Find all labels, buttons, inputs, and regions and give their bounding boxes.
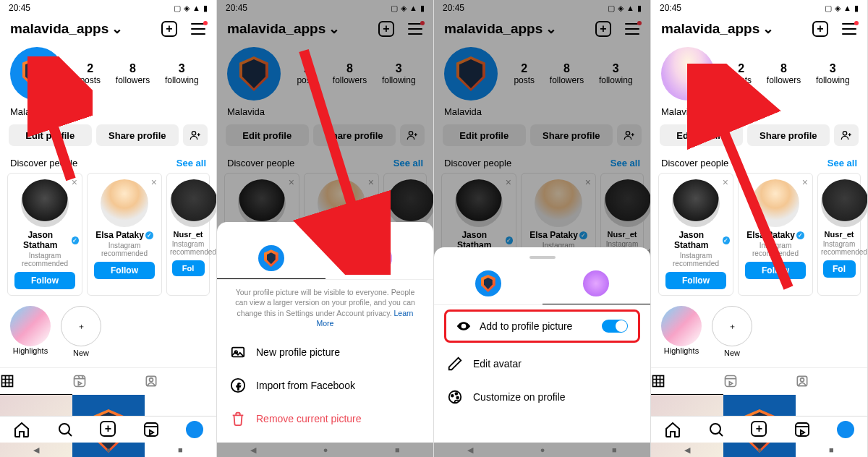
profile-stats[interactable]: 2posts 8followers 3following — [72, 62, 206, 85]
new-highlight[interactable]: ＋New — [61, 306, 101, 357]
customize-on-profile[interactable]: Customize on profile — [434, 380, 650, 414]
create-button[interactable]: + — [812, 21, 828, 37]
see-all-link[interactable]: See all — [827, 158, 857, 168]
screen-1: 20:45 ▢◈▲▮ malavida_apps⌄ + 2posts 8foll… — [0, 0, 217, 457]
drag-handle[interactable] — [529, 256, 556, 259]
edit-avatar[interactable]: Edit avatar — [434, 347, 650, 380]
suggestion-avatar[interactable] — [170, 179, 217, 227]
profile-photo-tab[interactable] — [434, 266, 542, 304]
status-icons: ▢◈▲▮ — [174, 4, 208, 13]
edit-profile-button[interactable]: Edit profile — [9, 124, 92, 146]
tagged-tab[interactable] — [795, 368, 867, 395]
remove-current-picture[interactable]: Remove current picture — [217, 402, 433, 435]
suggestion-card: × Jason Statham✓ Instagram recommended F… — [7, 173, 82, 296]
import-from-facebook[interactable]: Import from Facebook — [217, 369, 433, 402]
screen-4: 20:45▢◈▲▮ malavida_apps⌄ + 2posts 8follo… — [651, 0, 868, 457]
reels-nav-icon[interactable] — [142, 421, 160, 438]
grid-tab[interactable] — [0, 368, 72, 395]
new-profile-picture[interactable]: New profile picture — [217, 336, 433, 369]
follow-button[interactable]: Follow — [745, 262, 807, 279]
follow-button[interactable]: Follow — [665, 272, 727, 289]
close-icon[interactable]: × — [151, 176, 157, 188]
bottom-nav: + — [0, 416, 216, 443]
follow-button[interactable]: Fol — [172, 260, 205, 276]
share-profile-button[interactable]: Share profile — [96, 124, 179, 146]
username-selector[interactable]: malavida_apps⌄ — [10, 20, 123, 37]
suggestion-cards: × Jason Statham✓ Instagram recommended F… — [0, 173, 216, 296]
close-icon[interactable]: × — [723, 176, 728, 188]
svg-point-8 — [409, 132, 412, 135]
suggestion-card: Nusr_et Instagram recommended Fol — [166, 173, 210, 296]
reels-tab[interactable] — [723, 368, 796, 395]
suggestion-avatar[interactable] — [21, 179, 69, 227]
share-profile-button[interactable]: Share profile — [747, 124, 830, 146]
display-name: Malavida — [0, 106, 216, 120]
chevron-down-icon: ⌄ — [111, 20, 123, 37]
home-icon[interactable] — [13, 421, 30, 438]
create-button[interactable]: + — [161, 21, 177, 37]
search-icon[interactable] — [56, 421, 74, 438]
svg-point-4 — [150, 378, 153, 382]
follow-button[interactable]: Follow — [94, 262, 156, 279]
suggestion-avatar[interactable] — [101, 179, 148, 227]
verified-icon: ✓ — [72, 236, 80, 244]
create-icon[interactable]: + — [751, 421, 767, 438]
profile-header: malavida_apps⌄ + — [0, 16, 216, 41]
highlight[interactable]: Highlights — [661, 306, 702, 357]
grid-tab[interactable] — [651, 368, 723, 395]
edit-profile-button[interactable]: Edit profile — [660, 124, 743, 146]
home-circle-icon[interactable]: ● — [106, 445, 111, 454]
close-icon[interactable]: × — [802, 176, 808, 188]
avatar-sheet: Add to profile picture Edit avatar Custo… — [434, 247, 650, 443]
discover-people-button[interactable] — [834, 124, 859, 146]
discover-people-button[interactable] — [183, 124, 208, 146]
svg-point-17 — [456, 397, 459, 399]
verified-icon: ✓ — [145, 231, 153, 239]
highlight[interactable]: Highlights — [10, 306, 51, 357]
tagged-tab[interactable] — [144, 368, 216, 395]
avatar-tab[interactable] — [326, 241, 434, 279]
profile-avatar[interactable] — [10, 47, 64, 101]
new-highlight[interactable]: ＋New — [712, 306, 752, 357]
menu-button[interactable] — [841, 21, 857, 37]
svg-point-5 — [59, 424, 69, 434]
reels-nav-icon[interactable] — [793, 421, 811, 438]
create-icon[interactable]: + — [100, 421, 116, 438]
svg-point-13 — [626, 132, 629, 135]
follow-button[interactable]: Follow — [14, 272, 76, 289]
discover-title: Discover people — [10, 158, 77, 168]
reels-tab[interactable] — [72, 368, 145, 395]
toggle-switch[interactable] — [602, 320, 628, 333]
drag-handle[interactable] — [312, 231, 339, 234]
see-all-link[interactable]: See all — [176, 158, 206, 168]
svg-rect-1 — [2, 376, 13, 387]
back-icon[interactable]: ◀ — [33, 445, 39, 455]
search-icon[interactable] — [707, 421, 725, 438]
privacy-note: Your profile picture will be visible to … — [217, 280, 433, 336]
username-selector[interactable]: malavida_apps⌄ — [661, 20, 774, 37]
profile-avatar[interactable] — [661, 47, 715, 101]
close-icon[interactable]: × — [72, 176, 77, 188]
avatar-tab[interactable] — [542, 266, 651, 304]
svg-point-23 — [710, 424, 720, 434]
profile-photo-tab[interactable] — [217, 241, 326, 279]
home-icon[interactable] — [664, 421, 681, 438]
profile-picture-sheet: Your profile picture will be visible to … — [217, 222, 433, 443]
add-to-profile-toggle[interactable]: Add to profile picture — [444, 309, 640, 343]
screen-3: 20:45▢◈▲▮ malavida_apps⌄ + 2posts 8follo… — [434, 0, 651, 457]
svg-point-15 — [451, 395, 454, 397]
svg-point-18 — [843, 132, 846, 135]
svg-rect-19 — [653, 376, 664, 387]
chevron-down-icon: ⌄ — [762, 20, 774, 37]
status-bar: 20:45 ▢◈▲▮ — [0, 0, 216, 16]
clock: 20:45 — [9, 3, 30, 13]
svg-point-16 — [455, 393, 457, 395]
profile-nav-icon[interactable] — [837, 421, 854, 438]
menu-button[interactable] — [190, 21, 206, 37]
suggestion-card: × Elsa Pataky✓ Instagram recommended Fol… — [87, 173, 162, 296]
screen-2: 20:45▢◈▲▮ malavida_apps⌄ + 2posts 8follo… — [217, 0, 434, 457]
profile-nav-icon[interactable] — [186, 421, 203, 438]
suggestion-card: ×Elsa Pataky✓Instagram recommendedFollow — [738, 173, 813, 296]
svg-point-0 — [192, 132, 195, 135]
recents-icon[interactable]: ■ — [178, 445, 183, 454]
